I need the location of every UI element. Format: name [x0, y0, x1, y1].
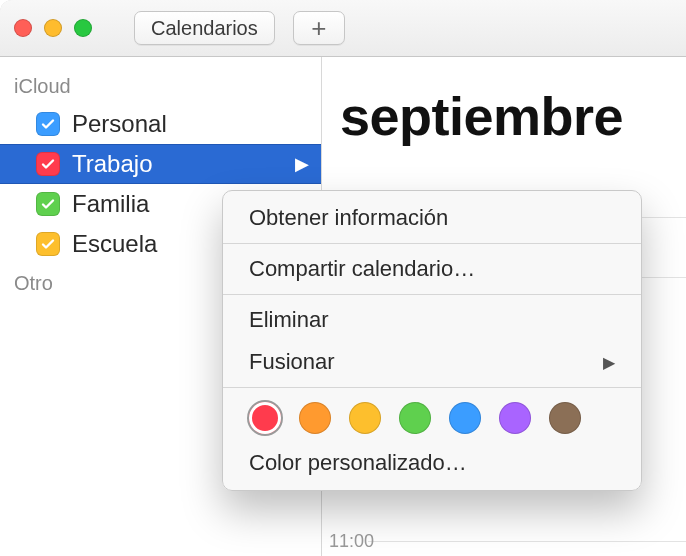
color-swatch[interactable] [449, 402, 481, 434]
menu-get-info[interactable]: Obtener información [223, 197, 641, 239]
menu-get-info-label: Obtener información [249, 205, 448, 231]
color-swatch[interactable] [549, 402, 581, 434]
add-event-button[interactable]: + [293, 11, 345, 45]
plus-icon: + [311, 13, 326, 44]
calendar-item-label: Personal [72, 110, 167, 138]
color-swatch[interactable] [299, 402, 331, 434]
calendar-item[interactable]: Personal [0, 104, 321, 144]
minimize-icon[interactable] [44, 19, 62, 37]
checkmark-icon [40, 236, 56, 252]
calendar-checkbox[interactable] [36, 152, 60, 176]
color-swatch[interactable] [349, 402, 381, 434]
color-swatch[interactable] [249, 402, 281, 434]
menu-custom-color-label: Color personalizado… [249, 450, 467, 476]
menu-share-label: Compartir calendario… [249, 256, 475, 282]
app-window: Calendarios + iCloudPersonalTrabajo▶Fami… [0, 0, 686, 556]
color-swatch[interactable] [499, 402, 531, 434]
calendar-checkbox[interactable] [36, 192, 60, 216]
calendars-toggle-button[interactable]: Calendarios [134, 11, 275, 45]
checkmark-icon [40, 116, 56, 132]
sidebar-group-header: iCloud [0, 67, 321, 104]
time-label: 11:00 [294, 531, 374, 552]
color-swatch[interactable] [399, 402, 431, 434]
menu-delete[interactable]: Eliminar [223, 299, 641, 341]
menu-separator [223, 294, 641, 295]
calendar-item-label: Escuela [72, 230, 157, 258]
chevron-right-icon: ▶ [295, 153, 309, 175]
calendars-toggle-label: Calendarios [151, 17, 258, 40]
maximize-icon[interactable] [74, 19, 92, 37]
titlebar: Calendarios + [0, 0, 686, 57]
calendar-item[interactable]: Trabajo▶ [0, 144, 321, 184]
menu-delete-label: Eliminar [249, 307, 328, 333]
close-icon[interactable] [14, 19, 32, 37]
month-title: septiembre [322, 57, 686, 147]
menu-custom-color[interactable]: Color personalizado… [223, 442, 641, 484]
calendar-context-menu: Obtener información Compartir calendario… [222, 190, 642, 491]
checkmark-icon [40, 196, 56, 212]
menu-merge-label: Fusionar [249, 349, 335, 375]
menu-separator [223, 243, 641, 244]
menu-share-calendar[interactable]: Compartir calendario… [223, 248, 641, 290]
chevron-right-icon: ▶ [603, 353, 615, 372]
menu-merge[interactable]: Fusionar ▶ [223, 341, 641, 383]
color-swatch-row [223, 392, 641, 442]
calendar-item-label: Familia [72, 190, 149, 218]
menu-separator [223, 387, 641, 388]
calendar-checkbox[interactable] [36, 112, 60, 136]
calendar-item-label: Trabajo [72, 150, 152, 178]
calendar-checkbox[interactable] [36, 232, 60, 256]
checkmark-icon [40, 156, 56, 172]
traffic-lights [14, 19, 92, 37]
